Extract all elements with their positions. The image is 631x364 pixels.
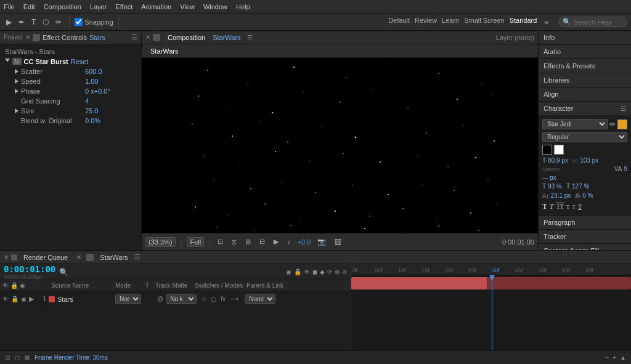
workspace-learn[interactable]: Learn xyxy=(442,17,459,28)
ts-smallcaps[interactable]: T xyxy=(566,204,570,210)
footer-btn-2[interactable]: ◻ xyxy=(15,354,20,361)
menu-edit[interactable]: Edit xyxy=(23,3,35,10)
tracker-header[interactable]: Tracker xyxy=(539,230,631,243)
quality-select[interactable]: Full xyxy=(187,237,204,247)
view-options-btn[interactable]: ⊟ xyxy=(258,237,267,246)
fill-color-swatch[interactable] xyxy=(554,145,564,155)
menu-animation[interactable]: Animation xyxy=(141,3,171,10)
character-menu-icon[interactable]: ☰ xyxy=(621,105,626,112)
tsukumi-val[interactable]: 0 % xyxy=(582,192,593,199)
vert-scale-val[interactable]: 93 % xyxy=(548,183,562,190)
tl-link-icon[interactable]: ⊘ xyxy=(342,269,347,275)
menu-effect[interactable]: Effect xyxy=(115,3,132,10)
menu-composition[interactable]: Composition xyxy=(44,3,81,10)
workspace-more[interactable]: » xyxy=(542,17,551,28)
grid-btn[interactable]: ⊞ xyxy=(243,237,253,246)
audio-btn[interactable]: ♪ xyxy=(285,238,293,246)
tl-timecode[interactable]: 0:00:01:00 xyxy=(4,264,55,274)
layer-eye-btn[interactable]: 👁 xyxy=(2,296,9,302)
snapping-control[interactable]: Snapping xyxy=(75,18,113,26)
search-box[interactable]: 🔍 xyxy=(558,17,627,27)
switch-fx[interactable]: fx xyxy=(219,296,227,302)
col-lock-icon[interactable]: 🔒 xyxy=(10,282,18,289)
tl-color-icon[interactable]: ◼ xyxy=(312,269,317,275)
ts-bold[interactable]: T xyxy=(542,202,547,211)
workspace-review[interactable]: Review xyxy=(415,17,437,28)
tool-text[interactable]: T xyxy=(29,17,38,28)
tool-shape[interactable]: ⬡ xyxy=(40,17,51,28)
snapping-checkbox[interactable] xyxy=(75,18,83,26)
horiz-scale-val[interactable]: 127 % xyxy=(572,183,589,190)
layer-solo-btn[interactable]: ◉ xyxy=(21,296,26,302)
layer-parent-select[interactable]: None xyxy=(245,294,275,304)
font-select[interactable]: Star Jedi xyxy=(542,119,608,129)
ts-allcaps[interactable]: TT xyxy=(556,203,564,210)
zoom-select[interactable]: (33.3%) xyxy=(145,237,176,247)
unit-val[interactable]: px xyxy=(550,174,556,181)
footer-zoom-out[interactable]: − xyxy=(605,354,609,361)
comp-timeline-tab[interactable]: StarWars xyxy=(96,253,131,262)
show-snapshot-btn[interactable]: 🖼 xyxy=(333,238,343,246)
character-header[interactable]: Character ☰ xyxy=(539,102,631,115)
footer-nav-icon[interactable]: ▲ xyxy=(620,354,626,361)
panel-close-btn[interactable]: ✕ xyxy=(25,34,30,41)
tl-adj-icon[interactable]: ⊕ xyxy=(335,269,340,275)
font-edit-icon[interactable]: ✏ xyxy=(609,120,616,129)
effects-presets-header[interactable]: Effects & Presets xyxy=(539,59,631,73)
paragraph-header[interactable]: Paragraph xyxy=(539,216,631,229)
search-input[interactable] xyxy=(574,18,623,26)
workspace-default[interactable]: Default xyxy=(388,17,410,28)
stroke-color-swatch[interactable] xyxy=(542,145,552,155)
text-color-swatch[interactable] xyxy=(617,119,627,129)
comp-starwars-tab[interactable]: StarWars xyxy=(145,46,183,56)
tl-close-btn[interactable]: ✕ xyxy=(4,254,9,261)
ts-superscript[interactable]: T xyxy=(572,204,576,210)
tl-view-icon[interactable]: 👁 xyxy=(304,269,310,275)
menu-help[interactable]: Help xyxy=(236,3,250,10)
tl-key-icon[interactable]: ◆ xyxy=(320,269,325,275)
menu-layer[interactable]: Layer xyxy=(90,3,107,10)
project-label[interactable]: Project xyxy=(4,34,23,41)
layer-track-matte[interactable]: No k xyxy=(166,294,197,304)
ts-subscript[interactable]: T xyxy=(578,203,582,210)
switch-motion-blur[interactable]: ☆ xyxy=(199,296,208,302)
render-queue-tab[interactable]: Render Queue xyxy=(20,253,71,262)
layer-lock-btn[interactable]: 🔒 xyxy=(11,296,18,302)
menu-file[interactable]: File xyxy=(4,3,15,10)
speed-value[interactable]: 1.00 xyxy=(85,78,98,85)
layer-expand-btn[interactable]: ▶ xyxy=(29,295,35,303)
phase-value[interactable]: 0 x+0.0° xyxy=(85,87,110,95)
font-size-val[interactable]: 80.9 px xyxy=(548,157,568,164)
transparency-btn[interactable]: ⧖ xyxy=(230,237,238,246)
tl-solo-icon[interactable]: ◉ xyxy=(286,269,291,275)
align-header[interactable]: Align xyxy=(539,87,631,101)
workspace-standard[interactable]: Standard xyxy=(510,17,537,28)
footer-btn-3[interactable]: ⊞ xyxy=(25,354,30,361)
menu-view[interactable]: View xyxy=(180,3,195,10)
kerning-val[interactable]: 103 px xyxy=(580,157,598,164)
fx-reset-btn[interactable]: Reset xyxy=(71,58,89,65)
content-aware-fill-header[interactable]: Content-Aware Fill xyxy=(539,244,631,250)
fx-expand-triangle[interactable] xyxy=(5,59,10,65)
switch-3d[interactable]: ◻ xyxy=(209,296,218,302)
snapshot-btn[interactable]: 📷 xyxy=(316,237,328,246)
style-select[interactable]: Regular xyxy=(542,132,627,142)
tl-motion-icon[interactable]: ⟳ xyxy=(327,269,332,275)
grid-value[interactable]: 4 xyxy=(85,97,89,105)
ts-italic[interactable]: T xyxy=(550,202,554,211)
col-eye-icon[interactable]: 👁 xyxy=(2,282,9,289)
tool-selection[interactable]: ▶ xyxy=(4,17,14,28)
tool-pen[interactable]: ✒ xyxy=(16,17,27,28)
baseline-val[interactable]: 23.1 px xyxy=(551,192,571,199)
tool-paint[interactable]: ✏ xyxy=(53,17,64,28)
tl-search-btn[interactable]: 🔍 xyxy=(59,268,68,277)
tl-lock-ctrl-icon[interactable]: 🔒 xyxy=(294,269,301,275)
workspace-small-screen[interactable]: Small Screen xyxy=(464,17,504,28)
col-solo-icon[interactable]: ◉ xyxy=(20,282,25,289)
playhead[interactable] xyxy=(492,275,492,350)
size-value[interactable]: 75.0 xyxy=(85,107,98,115)
audio-header[interactable]: Audio xyxy=(539,45,631,59)
scatter-triangle[interactable] xyxy=(15,69,18,74)
libraries-header[interactable]: Libraries xyxy=(539,73,631,87)
comp-close-btn[interactable]: ✕ xyxy=(145,34,150,41)
